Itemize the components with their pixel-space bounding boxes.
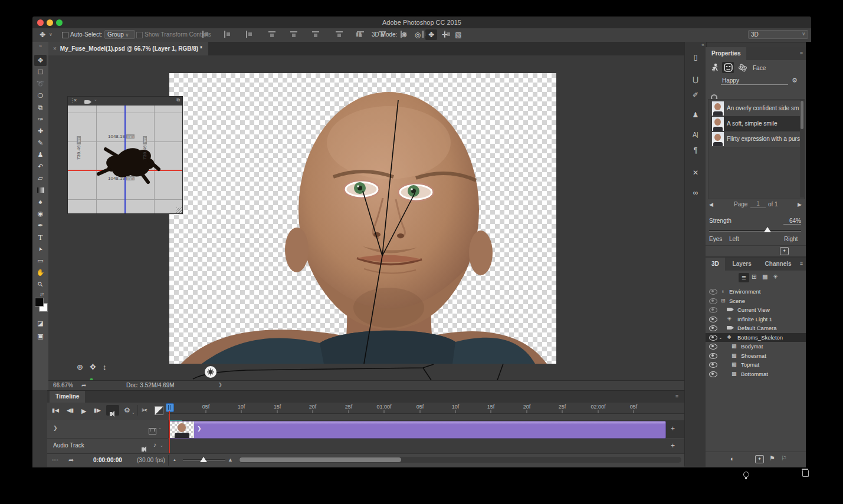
toolbar-expand-icon[interactable]: » xyxy=(32,43,48,49)
timeline-panel-menu-icon[interactable]: ≡ xyxy=(675,393,678,399)
auto-select-dropdown[interactable]: Group ∨ xyxy=(104,30,135,39)
path-selection-tool[interactable]: ➤ xyxy=(33,241,48,256)
timeline-scrollbar[interactable] xyxy=(239,457,681,463)
workspace-selector[interactable]: 3D∨ xyxy=(748,30,808,39)
next-page-icon[interactable]: ▶ xyxy=(798,202,802,207)
align-horizontal-centers-icon[interactable] xyxy=(290,31,297,38)
previous-page-icon[interactable]: ◀ xyxy=(709,202,713,207)
slide-3d-icon[interactable]: ✛ xyxy=(439,29,451,40)
playhead-handle[interactable] xyxy=(166,403,174,412)
align-bottom-edges-icon[interactable] xyxy=(245,31,253,38)
visibility-eye-icon[interactable] xyxy=(709,344,717,350)
properties-panel-menu-icon[interactable]: ≡ xyxy=(800,50,803,56)
close-tab-icon[interactable]: × xyxy=(53,45,57,52)
healing-brush-tool[interactable]: ✚ xyxy=(34,126,47,137)
brush-presets-icon[interactable]: ⋃ xyxy=(687,73,704,87)
tab-3d[interactable]: 3D xyxy=(706,258,725,271)
next-frame-button[interactable]: ▮▶ xyxy=(94,407,101,413)
3d-axis-widget[interactable] xyxy=(81,375,111,380)
playhead-line[interactable] xyxy=(169,411,170,453)
blur-tool[interactable]: ♠ xyxy=(34,196,47,207)
skeleton-rig-icon[interactable] xyxy=(738,63,747,73)
type-tool[interactable]: T xyxy=(34,232,47,243)
move-tool[interactable]: ✥ xyxy=(34,55,47,66)
visibility-eye-icon[interactable] xyxy=(709,289,717,295)
close-secondary-view-icon[interactable]: × xyxy=(74,97,77,103)
strength-slider-thumb[interactable] xyxy=(764,227,771,232)
mesh-filter-icon[interactable]: ⊞ xyxy=(752,274,756,280)
timeline-scrollbar-thumb[interactable] xyxy=(240,457,401,462)
strength-slider-track[interactable] xyxy=(709,230,801,232)
quick-selection-tool[interactable]: ❍ xyxy=(34,90,47,101)
timeline-zoom-slider-thumb[interactable] xyxy=(200,457,207,462)
swap-colors-icon[interactable]: ⇄ xyxy=(40,292,44,297)
scale-3d-icon[interactable]: ▧ xyxy=(452,29,464,40)
split-clip-scissors-icon[interactable]: ✂ xyxy=(142,406,147,414)
align-top-edges-icon[interactable] xyxy=(202,31,209,38)
show-transform-checkbox[interactable] xyxy=(136,32,143,38)
distribute-top-edges-icon[interactable] xyxy=(335,31,343,38)
libraries-icon[interactable]: ∞ xyxy=(687,186,704,200)
clip-chevron-icon[interactable]: ❯ xyxy=(197,426,202,431)
audio-options-chevron-icon[interactable]: ⌄ xyxy=(160,443,163,448)
expand-chevron-icon[interactable]: ⌄ xyxy=(719,333,723,342)
pose-icon[interactable] xyxy=(710,63,720,73)
light-filter-icon[interactable]: ☀ xyxy=(773,274,778,280)
scene-filter-icon[interactable]: ≣ xyxy=(739,273,749,282)
scene-item[interactable]: ▩ Bottommat xyxy=(706,370,806,378)
video-clip[interactable]: ❯ xyxy=(169,421,666,439)
scene-item-selected[interactable]: ⌄ ❖ Bottoms_Skeleton xyxy=(706,333,806,342)
paragraph-panel-icon[interactable]: ¶ xyxy=(687,143,704,157)
visibility-eye-icon[interactable] xyxy=(709,335,717,341)
view-select-chevron-icon[interactable]: ⌄ xyxy=(94,97,97,102)
list-item[interactable]: An overly confident side sm xyxy=(711,101,803,117)
scene-item[interactable]: ▩ Bodymat xyxy=(706,342,806,351)
go-to-first-frame-button[interactable]: ▮◀ xyxy=(52,407,59,413)
gradient-tool[interactable] xyxy=(34,185,47,196)
scene-item[interactable]: ☀ Infinite Light 1 xyxy=(706,315,806,324)
visibility-eye-icon[interactable] xyxy=(709,353,717,359)
pin-light-icon[interactable]: ⚐ xyxy=(781,454,787,462)
tab-channels[interactable]: Channels xyxy=(759,258,798,271)
new-light-icon[interactable] xyxy=(743,472,749,477)
tab-layers[interactable]: Layers xyxy=(727,258,757,271)
shape-tool[interactable]: ▭ xyxy=(34,255,47,266)
scene-item[interactable]: ♁ Environment xyxy=(706,287,806,296)
zoom-level[interactable]: 66.67% xyxy=(53,382,73,388)
list-item[interactable]: Flirty expression with a purs xyxy=(711,131,803,147)
add-video-track-button[interactable]: + xyxy=(671,424,675,433)
frames-conversion-icon[interactable]: ▫▫▫ xyxy=(52,457,59,463)
visibility-eye-icon[interactable] xyxy=(709,307,717,313)
list-item-selected[interactable]: A soft, simple smile xyxy=(711,116,803,132)
roll-3d-icon[interactable]: ◎ xyxy=(412,29,424,40)
video-track-film-icon[interactable] xyxy=(149,428,156,434)
canvas-pasteboard[interactable]: ⋮ × ⌄ ⧉ 1048.19mm 1048.19mm 739.46mm 739… xyxy=(48,55,684,380)
face-mask-icon[interactable] xyxy=(724,63,733,73)
brush-tool[interactable]: ✎ xyxy=(34,137,47,149)
visibility-eye-icon[interactable] xyxy=(709,317,717,322)
render-export-icon[interactable]: ➦ xyxy=(68,456,74,464)
collapse-panels-icon[interactable]: « xyxy=(701,42,704,48)
scene-item[interactable]: ▩ Shoesmat xyxy=(706,351,806,360)
dodge-tool[interactable]: ◉ xyxy=(34,208,47,219)
doc-size-info[interactable]: Doc: 3.52M/4.69M xyxy=(126,382,175,388)
orbit-3d-icon[interactable]: ⊛ xyxy=(398,29,410,40)
video-track-lane[interactable]: ❯ + xyxy=(168,420,684,438)
previous-frame-button[interactable]: ◀▮ xyxy=(67,407,74,413)
scene-item[interactable]: Default Camera xyxy=(706,324,806,332)
character-panel-icon[interactable]: A| xyxy=(687,128,704,142)
render-icon[interactable]: ✦ xyxy=(780,247,789,255)
delete-icon[interactable] xyxy=(802,470,809,477)
eyes-left-option[interactable]: Left xyxy=(729,236,739,242)
timeline-settings-gear-icon[interactable]: ⚙ xyxy=(124,406,130,414)
document-tab[interactable]: ×My_Fuse_Model(1).psd @ 66.7% (Layer 1, … xyxy=(48,42,208,55)
zoom-tool[interactable]: ⚲ xyxy=(32,276,48,292)
render-icon[interactable]: ✦ xyxy=(755,455,764,463)
eyes-right-option[interactable]: Right xyxy=(784,236,798,242)
swap-views-icon[interactable]: ⧉ xyxy=(176,97,180,103)
add-audio-track-button[interactable]: + xyxy=(671,442,675,450)
current-time[interactable]: 0:00:00:00 xyxy=(93,457,122,463)
clone-stamp-tool[interactable]: ♟ xyxy=(34,149,47,160)
material-sphere-icon[interactable]: ◐ xyxy=(730,455,734,462)
list-scrollbar[interactable] xyxy=(800,100,804,197)
